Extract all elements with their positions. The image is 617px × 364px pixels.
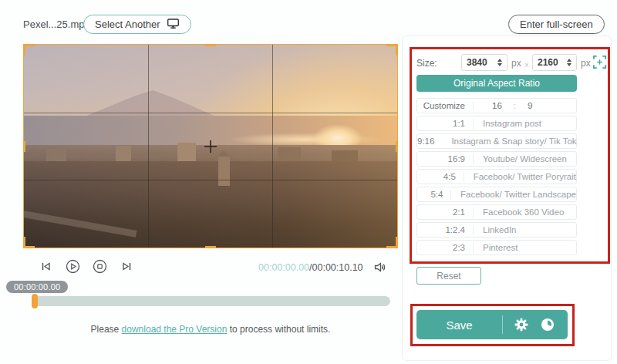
next-frame-button[interactable] — [120, 259, 134, 274]
preset-ratio: 5:4 — [417, 190, 450, 199]
step-down-icon[interactable] — [497, 63, 502, 66]
settings-gear-icon[interactable] — [514, 317, 529, 332]
preset-ratio: 4:5 — [417, 172, 464, 181]
reset-button[interactable]: Reset — [416, 267, 481, 285]
app-window: Pexel...25.mp4 Select Another Enter full… — [0, 0, 617, 364]
divider — [502, 315, 503, 334]
grid-line-horizontal-1 — [24, 113, 397, 113]
prev-frame-button[interactable] — [39, 259, 53, 274]
crop-corner-bottom-left[interactable] — [23, 237, 35, 248]
enter-fullscreen-button[interactable]: Enter full-screen — [508, 15, 605, 34]
crop-icon[interactable] — [592, 55, 607, 69]
step-up-icon[interactable] — [567, 59, 571, 62]
current-time: 00:00:00.00 — [258, 262, 309, 273]
preset-ratio: 1:2.4 — [417, 225, 473, 234]
width-value: 3840 — [467, 57, 487, 68]
grid-line-horizontal-2 — [24, 180, 397, 180]
preset-desc: Instagram & Snap story/ Tik Tok — [442, 136, 576, 146]
height-unit-label: px — [581, 58, 591, 69]
width-unit-label: px — [511, 58, 521, 69]
crop-overlay[interactable] — [23, 44, 398, 248]
save-label: Save — [416, 318, 502, 332]
customize-width-field[interactable]: 16 — [492, 101, 502, 110]
height-input[interactable]: 2160 — [532, 54, 577, 71]
height-value: 2160 — [538, 57, 558, 68]
monitor-icon — [167, 18, 180, 32]
original-aspect-ratio-button[interactable]: Original Aspect Ratio — [416, 75, 577, 92]
customize-label: Customize — [417, 101, 473, 110]
crop-corner-bottom-right[interactable] — [386, 237, 398, 248]
customize-row[interactable]: Customize 16 : 9 — [416, 98, 577, 113]
size-label: Size: — [416, 58, 437, 69]
pro-version-note: Please download the Pro Version to proce… — [23, 324, 398, 335]
height-stepper[interactable] — [567, 59, 571, 66]
schedule-clock-icon[interactable] — [540, 317, 555, 332]
total-time: /00:00:10.10 — [309, 262, 363, 273]
pro-note-suffix: to process without limits. — [227, 324, 330, 335]
crop-corner-top-left[interactable] — [23, 44, 35, 56]
grid-line-vertical-1 — [148, 45, 149, 248]
stop-button[interactable] — [93, 259, 107, 274]
step-up-icon[interactable] — [497, 59, 502, 62]
crop-handle-left[interactable] — [23, 141, 25, 152]
width-stepper[interactable] — [497, 59, 502, 66]
preset-desc: Youtube/ Widescreen — [474, 154, 567, 163]
volume-icon[interactable] — [373, 260, 387, 275]
preset-desc: LinkedIn — [474, 225, 516, 234]
customize-height-field[interactable]: 9 — [528, 101, 532, 110]
grid-line-vertical-2 — [272, 45, 273, 248]
ratio-separator: : — [514, 101, 516, 110]
video-preview[interactable] — [23, 44, 398, 248]
crop-handle-bottom[interactable] — [205, 246, 216, 248]
preset-row-16-9[interactable]: 16:9 Youtube/ Widescreen — [416, 151, 577, 167]
preset-desc: Pinterest — [474, 243, 518, 252]
multiply-sign: × — [524, 61, 529, 69]
preset-row-9-16[interactable]: 9:16 Instagram & Snap story/ Tik Tok — [416, 133, 577, 149]
select-another-button[interactable]: Select Another — [83, 15, 191, 34]
preset-row-1-1[interactable]: 1:1 Instagram post — [416, 116, 577, 131]
crop-handle-right[interactable] — [396, 141, 398, 152]
timeline-handle[interactable] — [32, 294, 38, 308]
preset-desc: Instagram post — [474, 119, 541, 128]
timeline-tooltip: 00:00:00.00 — [6, 281, 68, 293]
pro-version-link[interactable]: download the Pro Version — [122, 324, 228, 335]
crop-corner-top-right[interactable] — [386, 44, 398, 56]
step-down-icon[interactable] — [567, 63, 571, 66]
preset-row-2-1[interactable]: 2:1 Facebook 360 Video — [416, 204, 577, 220]
preset-ratio: 9:16 — [417, 136, 442, 146]
save-button[interactable]: Save — [416, 310, 568, 339]
preset-desc: Facebook/ Twitter Poryrait — [464, 172, 576, 181]
preset-desc: Facebook 360 Video — [474, 207, 564, 217]
timeline-track[interactable] — [34, 296, 390, 306]
width-input[interactable]: 3840 — [461, 54, 507, 71]
preset-row-1-2-4[interactable]: 1:2.4 LinkedIn — [416, 222, 577, 238]
enter-fullscreen-label: Enter full-screen — [520, 19, 593, 30]
transport-controls — [39, 259, 134, 274]
crop-handle-top[interactable] — [205, 44, 216, 46]
preset-row-5-4[interactable]: 5:4 Facebook/ Twitter Landscape — [416, 187, 577, 202]
crop-center-cross — [210, 140, 211, 153]
time-display: 00:00:00.00/00:00:10.10 — [258, 262, 363, 273]
aspect-ratio-list: Customize 16 : 9 1:1 Instagram post 9:16… — [416, 98, 577, 255]
preset-ratio: 2:3 — [417, 243, 473, 252]
preset-ratio: 16:9 — [417, 154, 473, 163]
preset-row-4-5[interactable]: 4:5 Facebook/ Twitter Poryrait — [416, 169, 577, 184]
loaded-filename: Pexel...25.mp4 — [23, 19, 90, 30]
preset-ratio: 1:1 — [417, 119, 473, 128]
pro-note-prefix: Please — [91, 324, 122, 335]
preset-row-2-3[interactable]: 2:3 Pinterest — [416, 240, 577, 255]
select-another-label: Select Another — [95, 19, 160, 30]
preset-desc: Facebook/ Twitter Landscape — [451, 190, 576, 199]
play-button[interactable] — [66, 259, 80, 274]
preset-ratio: 2:1 — [417, 207, 473, 217]
